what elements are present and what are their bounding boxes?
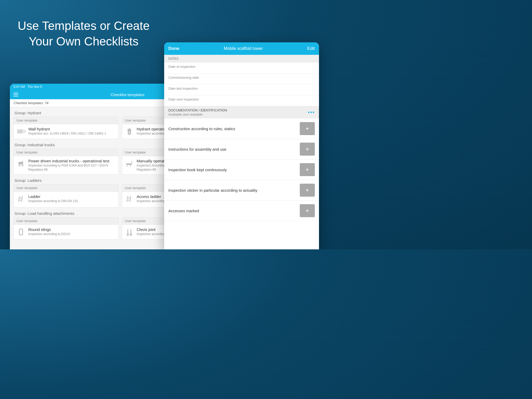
edit-button[interactable]: Edit bbox=[307, 46, 315, 51]
more-icon[interactable]: ••• bbox=[308, 109, 315, 115]
svg-point-11 bbox=[22, 165, 23, 166]
svg-rect-1 bbox=[19, 129, 19, 134]
checklist-item: Inspection book kept continuously + bbox=[164, 159, 319, 180]
ladder-icon bbox=[125, 194, 134, 204]
svg-rect-6 bbox=[127, 129, 131, 130]
svg-point-29 bbox=[127, 234, 129, 235]
svg-rect-9 bbox=[18, 162, 23, 164]
commissioning-date-field[interactable]: Commissioning date bbox=[164, 74, 319, 84]
card-badge: User template bbox=[14, 117, 118, 124]
count-label: Checklist templates: bbox=[14, 101, 44, 105]
add-button[interactable]: + bbox=[300, 143, 315, 156]
dates-section-header: DATES bbox=[164, 55, 319, 63]
card-badge: User template bbox=[14, 184, 118, 192]
hydrant-icon bbox=[16, 127, 26, 136]
svg-rect-2 bbox=[20, 129, 21, 134]
detail-title: Mobile scaffold tower bbox=[179, 46, 307, 51]
card-title: Ladder bbox=[28, 194, 116, 199]
svg-point-30 bbox=[130, 234, 132, 235]
date-next-inspection-field[interactable]: Date next inspection bbox=[164, 95, 319, 106]
svg-rect-13 bbox=[126, 163, 131, 165]
detail-header: Done Mobile scaffold tower Edit bbox=[164, 42, 319, 55]
menu-icon[interactable] bbox=[14, 93, 18, 96]
item-label: Inspection sticker in particular accordi… bbox=[168, 188, 300, 192]
svg-rect-3 bbox=[21, 129, 22, 134]
svg-point-4 bbox=[23, 130, 25, 133]
sling-icon bbox=[16, 227, 26, 237]
template-card-power-truck[interactable]: User template Power driven industrial tr… bbox=[14, 149, 119, 175]
svg-rect-16 bbox=[131, 161, 132, 165]
checklist-item: Inspection sticker in particular accordi… bbox=[164, 180, 319, 201]
date-last-inspection-field[interactable]: Date last inspection bbox=[164, 84, 319, 95]
count-value: 74 bbox=[45, 101, 48, 105]
add-button[interactable]: + bbox=[300, 184, 315, 197]
hero-line2: Your Own Checklists bbox=[29, 35, 139, 48]
card-desc: Inspection acc. to DIN 14818 / DIN 14811… bbox=[28, 132, 116, 136]
card-desc: Inspection According to FEM 4.004 and BG… bbox=[28, 164, 116, 172]
svg-point-15 bbox=[130, 165, 131, 167]
item-label: Construction according to rules, statics bbox=[168, 127, 300, 131]
svg-point-10 bbox=[19, 165, 20, 166]
template-card-round-slings[interactable]: User template Round slings Inspection ac… bbox=[14, 217, 119, 240]
add-button[interactable]: + bbox=[300, 204, 315, 217]
svg-rect-12 bbox=[23, 161, 23, 164]
hero-line1: Use Templates or Create bbox=[18, 19, 150, 32]
add-button[interactable]: + bbox=[300, 163, 315, 176]
hero-heading: Use Templates or Create Your Own Checkli… bbox=[11, 18, 156, 49]
doc-header-title: DOCUMENTATION / IDENTIFICATION bbox=[168, 108, 308, 112]
template-card-wall-hydrant[interactable]: User template Wall hydrant Inspection ac… bbox=[14, 117, 119, 139]
add-button[interactable]: + bbox=[300, 122, 315, 135]
forklift-icon bbox=[16, 159, 26, 168]
svg-rect-0 bbox=[17, 129, 18, 134]
card-title: Wall hydrant bbox=[28, 127, 116, 131]
card-title: Power driven industrial trucks - operati… bbox=[28, 159, 116, 163]
card-desc: Inspection according to DGUV bbox=[28, 232, 116, 236]
fire-hydrant-icon bbox=[125, 127, 134, 136]
checklist-detail-screen: Done Mobile scaffold tower Edit DATES Da… bbox=[164, 42, 319, 249]
pallet-truck-icon bbox=[125, 159, 134, 168]
checklist-item: Construction according to rules, statics… bbox=[164, 118, 319, 139]
status-date: Thu Nov 5 bbox=[28, 85, 42, 89]
card-title: Round slings bbox=[28, 227, 116, 232]
card-badge: User template bbox=[14, 149, 118, 156]
status-time: 9:47 AM bbox=[14, 85, 25, 89]
clevis-icon bbox=[125, 227, 134, 237]
checklist-item: Instructions for assembly and use + bbox=[164, 139, 319, 159]
checklist-item: Accesses marked + bbox=[164, 201, 319, 221]
documentation-section-header: DOCUMENTATION / IDENTIFICATION Available… bbox=[164, 106, 319, 118]
done-button[interactable]: Done bbox=[168, 46, 179, 51]
card-badge: User template bbox=[14, 217, 118, 225]
date-of-inspection-field[interactable]: Date of inspection bbox=[164, 63, 319, 74]
item-label: Accesses marked bbox=[168, 209, 300, 213]
svg-point-14 bbox=[127, 165, 128, 167]
template-card-ladder[interactable]: User template Ladder Inspection accordin… bbox=[14, 184, 119, 208]
ladder-icon bbox=[16, 194, 26, 204]
svg-point-8 bbox=[129, 132, 130, 133]
svg-rect-7 bbox=[129, 128, 130, 129]
item-label: Inspection book kept continuously bbox=[168, 168, 300, 172]
item-label: Instructions for assembly and use bbox=[168, 147, 300, 151]
card-desc: Inspection according to DIN EN 131 bbox=[28, 199, 116, 203]
doc-header-sub: Available and readable bbox=[168, 112, 308, 116]
